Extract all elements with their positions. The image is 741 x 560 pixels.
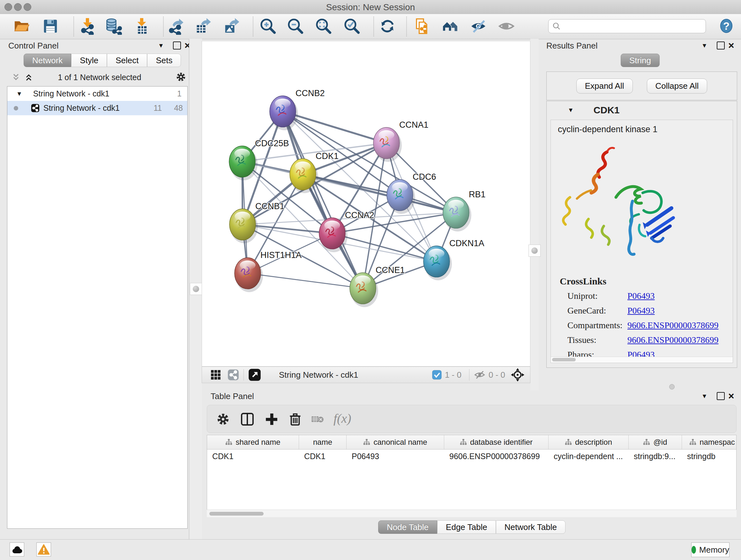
panel-close-icon[interactable]: × [728,42,734,49]
cloud-button[interactable] [10,543,24,557]
panel-maximize-icon[interactable] [717,42,725,50]
disclosure-triangle-icon[interactable]: ▼ [568,107,574,114]
crosslink-link-genecard[interactable]: P06493 [627,306,655,316]
network-node-CDK1[interactable] [290,159,318,193]
scrollbar-thumb[interactable] [209,512,264,516]
column-header-name[interactable]: name [299,435,347,449]
column-header-@id[interactable]: @id [629,435,682,449]
column-header-shared-name[interactable]: shared name [207,435,299,449]
crosslink-link-compartments[interactable]: 9606.ENSP00000378699 [627,320,718,330]
panel-close-icon[interactable]: × [728,392,734,400]
disclosure-triangle-icon[interactable]: ▼ [16,90,22,98]
right-splitter[interactable] [530,39,539,390]
network-node-CDKN1A[interactable] [423,246,452,280]
table-cell[interactable]: 9606.ENSP00000378699 [444,449,549,463]
network-node-CDC25B[interactable] [229,146,258,180]
node-label-CCNA2: CCNA2 [345,210,374,220]
network-edge[interactable] [248,273,363,288]
apply-layout-button[interactable] [379,17,396,35]
gear-icon[interactable] [216,412,230,426]
table-cell[interactable]: cyclin-dependent ... [549,449,629,463]
network-row-selected[interactable]: String Network - cdk1 11 48 [7,101,187,115]
collapse-all-button[interactable]: Collapse All [647,78,708,94]
table-cell[interactable]: CDK1 [299,449,347,463]
column-header-namespac[interactable]: namespac [682,435,737,449]
tab-string[interactable]: String [621,54,660,67]
card-scrollbar[interactable] [551,357,733,363]
collapse-all-chevron-icon[interactable] [11,73,20,82]
scrollbar-thumb[interactable] [552,358,576,361]
tab-style[interactable]: Style [71,54,107,67]
table-row[interactable]: CDK1CDK1P064939606.ENSP00000378699cyclin… [207,449,736,463]
left-splitter[interactable] [189,39,202,539]
network-share-view-icon[interactable] [227,369,239,381]
show-all-button[interactable] [497,17,515,35]
zoom-in-button[interactable] [259,17,277,35]
memory-button[interactable]: Memory [691,543,730,557]
table-cell[interactable]: P06493 [347,449,444,463]
panel-float-icon[interactable]: ▼ [701,42,708,49]
table-cell[interactable]: stringdb [682,449,737,463]
export-network-button[interactable] [167,17,185,35]
help-button[interactable]: ? [719,18,734,34]
table-toolbar: f(x) [207,405,737,433]
string-home-button[interactable] [441,17,459,35]
panel-maximize-icon[interactable] [173,42,181,50]
tab-network[interactable]: Network [23,54,71,67]
add-column-icon[interactable] [265,412,279,426]
network-node-HIST1H1A[interactable] [234,258,263,292]
network-canvas[interactable]: CCNB2CCNA1CDC25BCDK1CDC6RB1CCNB1CCNA2CDK… [202,41,530,367]
export-table-button[interactable] [194,17,212,35]
network-node-CCNB2[interactable] [270,96,298,130]
panel-maximize-icon[interactable] [717,392,725,400]
hide-selected-button[interactable] [469,17,487,35]
import-network-from-file-button[interactable] [78,17,96,35]
network-node-RB1[interactable] [443,197,471,232]
grid-view-icon[interactable] [210,369,221,380]
zoom-out-button[interactable] [286,17,305,35]
network-graph[interactable]: CCNB2CCNA1CDC25BCDK1CDC6RB1CCNB1CCNA2CDK… [202,41,530,366]
search-field[interactable] [548,19,706,33]
birdseye-crosshair-icon[interactable] [511,368,524,381]
gear-icon[interactable] [176,71,186,82]
network-node-CCNE1[interactable] [350,273,378,307]
warnings-button[interactable] [37,543,51,557]
tab-sets[interactable]: Sets [147,54,181,67]
selected-checkbox-icon[interactable] [432,370,442,380]
tab-select[interactable]: Select [107,54,147,67]
import-network-from-database-button[interactable] [105,17,122,35]
tab-network-table[interactable]: Network Table [496,520,565,534]
crosslink-link-tissues[interactable]: 9606.ENSP00000378699 [627,335,718,345]
import-table-from-file-button[interactable] [133,17,151,35]
tab-edge-table[interactable]: Edge Table [437,520,496,534]
table-cell[interactable]: CDK1 [207,449,299,463]
column-header-database-identifier[interactable]: database identifier [444,435,549,449]
export-image-button[interactable] [223,17,241,35]
panel-float-icon[interactable]: ▼ [158,42,164,49]
columns-icon[interactable] [240,412,254,426]
copy-network-button[interactable] [413,17,431,35]
save-session-button[interactable] [42,17,59,35]
network-collection-row[interactable]: ▼ String Network - cdk1 1 [7,86,187,101]
table-hscrollbar[interactable] [207,509,737,517]
delete-column-trash-icon[interactable] [288,412,302,426]
left-splitter-toggle[interactable] [190,283,202,295]
expand-all-chevron-icon[interactable] [24,73,33,82]
zoom-selected-button[interactable] [343,17,361,35]
expand-all-button[interactable]: Expand All [576,78,633,94]
crosslink-link-uniprot[interactable]: P06493 [627,291,655,301]
protein-card-header[interactable]: ▼ CDK1 [547,101,737,119]
table-cell[interactable]: stringdb:9... [629,449,682,463]
column-header-canonical-name[interactable]: canonical name [347,435,444,449]
zoom-fit-button[interactable] [315,17,333,35]
search-input[interactable] [563,21,705,31]
open-session-button[interactable] [13,17,30,35]
network-edge[interactable] [283,111,363,288]
hidden-eye-slash-icon[interactable] [474,369,485,381]
tab-node-table[interactable]: Node Table [378,520,437,534]
column-header-description[interactable]: description [549,435,629,449]
panel-float-icon[interactable]: ▼ [701,393,708,400]
detach-view-icon[interactable] [248,368,261,381]
network-edge[interactable] [332,233,436,261]
network-node-CDC6[interactable] [387,179,415,214]
